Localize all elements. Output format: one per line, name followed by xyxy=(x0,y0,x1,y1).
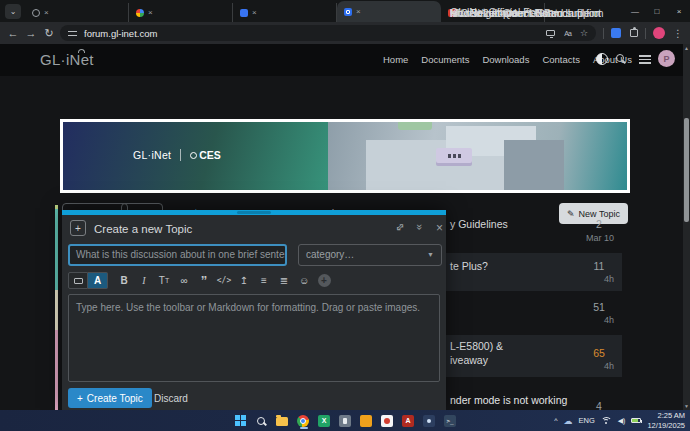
volume-icon[interactable]: ◀) xyxy=(618,417,626,425)
collapse-composer-icon[interactable]: » xyxy=(414,224,426,230)
topic-title[interactable]: y Guidelines xyxy=(450,218,508,230)
link-icon[interactable]: ∞ xyxy=(174,272,194,289)
topic-title[interactable]: nder mode is not working xyxy=(450,394,567,406)
bulleted-list-icon[interactable]: ≡ xyxy=(254,272,274,289)
more-options-icon[interactable]: + xyxy=(314,272,334,289)
language-indicator[interactable]: ENG xyxy=(578,416,594,425)
tab-close-icon[interactable]: × xyxy=(44,8,49,17)
banner-product-photo xyxy=(328,122,627,190)
browser-menu-icon[interactable]: ⋮ xyxy=(673,28,683,39)
text-size-icon[interactable]: TT xyxy=(154,272,174,289)
tab-close-icon[interactable]: × xyxy=(252,8,257,17)
excel-button[interactable]: X xyxy=(317,412,332,429)
search-icon[interactable] xyxy=(616,54,624,62)
chrome-button[interactable] xyxy=(296,412,311,429)
italic-icon[interactable]: I xyxy=(134,272,154,289)
forward-button[interactable]: → xyxy=(22,27,40,39)
user-avatar[interactable]: P xyxy=(658,50,675,67)
app-button-red[interactable]: A xyxy=(401,412,416,429)
discard-button[interactable]: Discard xyxy=(154,393,188,404)
reload-button[interactable]: ↻ xyxy=(40,27,58,40)
theme-toggle-icon[interactable] xyxy=(596,53,608,65)
maximize-button[interactable]: □ xyxy=(646,7,668,16)
close-composer-icon[interactable]: × xyxy=(436,221,443,235)
expand-composer-icon[interactable]: ⇕ xyxy=(392,220,408,236)
tab-close-icon[interactable]: × xyxy=(356,7,361,16)
rich-text-mode-icon[interactable]: A xyxy=(88,272,108,289)
hamburger-menu-icon[interactable] xyxy=(639,55,651,64)
topic-count: 2 xyxy=(588,218,610,230)
wifi-icon[interactable] xyxy=(601,417,612,425)
nav-documents[interactable]: Documents xyxy=(421,54,469,65)
url-bar[interactable]: forum.gl-inet.com Aa ☆ xyxy=(60,25,596,41)
numbered-list-icon[interactable]: ≣ xyxy=(274,272,294,289)
scroll-down-icon[interactable]: ▼ xyxy=(683,403,690,409)
browser-tab-3[interactable]: M.2 Development Board support × xyxy=(233,3,337,22)
topic-time: Mar 10 xyxy=(570,233,614,243)
browser-tab-1[interactable]: Kft n5i 2 modem USB × xyxy=(25,3,129,22)
promo-banner[interactable]: GL·iNet CES xyxy=(60,119,630,193)
plus-box-icon: + xyxy=(70,220,86,236)
hidden-icons-chevron[interactable]: ^ xyxy=(554,417,557,424)
taskbar-search-button[interactable] xyxy=(254,412,269,429)
excel-icon: X xyxy=(318,415,330,427)
create-topic-button[interactable]: + Create Topic xyxy=(68,388,152,408)
onedrive-cloud-icon[interactable]: ☁ xyxy=(563,416,572,426)
upload-icon[interactable]: ↥ xyxy=(234,272,254,289)
topic-title[interactable]: L-E5800) & xyxy=(450,340,503,352)
scrollbar-thumb[interactable] xyxy=(684,118,689,222)
markdown-mode-icon[interactable] xyxy=(68,272,88,289)
app-button-gray[interactable] xyxy=(338,412,353,429)
tab-close-icon[interactable]: × xyxy=(148,8,153,17)
terminal-button[interactable]: >_ xyxy=(443,412,458,429)
window-controls: — □ × xyxy=(624,0,690,22)
file-explorer-button[interactable] xyxy=(275,412,290,429)
topic-title[interactable]: iveaway xyxy=(450,354,488,366)
browser-tab-2[interactable]: ls /dev/cdc-wdm*: No such file o × xyxy=(129,3,233,22)
category-color-stripe xyxy=(55,209,58,290)
topic-count: 11 xyxy=(588,260,610,272)
orange-app-icon xyxy=(360,415,372,427)
browser-tab-active[interactable]: GL.iNet Official Forum × xyxy=(337,1,441,22)
category-select[interactable]: category… ▼ xyxy=(298,244,442,266)
site-logo[interactable]: GL·iNet xyxy=(40,51,94,68)
site-settings-icon[interactable] xyxy=(68,30,77,37)
topic-count: 4 xyxy=(588,400,610,410)
start-button[interactable] xyxy=(233,412,248,429)
nav-home[interactable]: Home xyxy=(383,54,408,65)
topic-title-input[interactable]: What is this discussion about in one bri… xyxy=(68,244,287,266)
topic-title[interactable]: te Plus? xyxy=(450,260,488,272)
minimize-button[interactable]: — xyxy=(624,7,646,16)
close-window-button[interactable]: × xyxy=(668,7,690,16)
extensions-puzzle-icon[interactable] xyxy=(630,29,638,37)
composer-grippie[interactable] xyxy=(237,211,271,214)
nav-downloads[interactable]: Downloads xyxy=(482,54,529,65)
url-text[interactable]: forum.gl-inet.com xyxy=(84,28,537,39)
code-icon[interactable]: </> xyxy=(214,272,234,289)
extension-icon[interactable] xyxy=(611,28,621,38)
divider xyxy=(603,28,604,39)
tab-search-button[interactable]: ⌄ xyxy=(5,4,21,19)
battery-icon[interactable] xyxy=(631,418,641,423)
blockquote-icon[interactable]: ” xyxy=(194,272,214,289)
translate-icon[interactable]: Aa xyxy=(564,30,571,37)
back-button[interactable]: ← xyxy=(4,27,22,39)
browser-profile-avatar[interactable] xyxy=(653,27,665,39)
composer-toolbar: A B I TT ∞ ” </> ↥ ≡ ≣ ☺ + xyxy=(68,272,334,289)
scroll-up-icon[interactable]: ▲ xyxy=(683,45,690,51)
clock[interactable]: 2:25 AM 12/19/2025 xyxy=(647,411,685,430)
bold-icon[interactable]: B xyxy=(114,272,134,289)
app-button-navy[interactable] xyxy=(422,412,437,429)
gray-app-icon xyxy=(339,415,351,427)
browser-tab-5[interactable]: How to get Quectel standard firm × xyxy=(441,3,545,22)
topic-body-textarea[interactable]: Type here. Use the toolbar or Markdown f… xyxy=(68,294,440,382)
divider xyxy=(645,28,646,39)
emoji-icon[interactable]: ☺ xyxy=(294,272,314,289)
nav-contacts[interactable]: Contacts xyxy=(542,54,580,65)
app-button-orange[interactable] xyxy=(359,412,374,429)
send-to-device-icon[interactable] xyxy=(546,30,555,36)
app-button-white-red[interactable] xyxy=(380,412,395,429)
bookmark-star-icon[interactable]: ☆ xyxy=(580,28,588,38)
page-scrollbar[interactable]: ▲ ▼ xyxy=(683,44,690,410)
topic-time: 4h xyxy=(570,315,614,325)
